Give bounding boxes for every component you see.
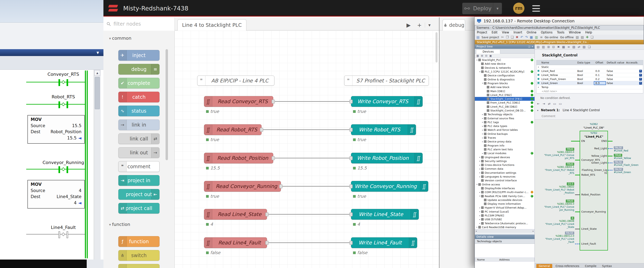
ladder-scrollbar[interactable]: ▲ bbox=[94, 70, 100, 260]
menu-item[interactable]: Window bbox=[569, 31, 581, 34]
output-port[interactable] bbox=[272, 100, 275, 104]
tree-item[interactable]: Add new device bbox=[475, 62, 534, 66]
tree-item[interactable]: From_Line4_PLC [DB1] bbox=[475, 101, 534, 105]
go-online-button[interactable]: Go online bbox=[545, 36, 558, 39]
tree-expander-icon[interactable]: ▸ bbox=[481, 137, 484, 139]
editor-toolbar-icon[interactable]: ⊟ bbox=[552, 45, 555, 49]
menu-item[interactable]: Online bbox=[527, 31, 536, 34]
network-toolbar-icon[interactable]: ⇥ bbox=[542, 102, 545, 106]
table-row[interactable]: Line4_Red Bool 0.0 false bbox=[536, 69, 643, 73]
input-port[interactable] bbox=[350, 241, 353, 245]
toolbar-icon[interactable]: ↷ bbox=[525, 35, 528, 39]
palette-node[interactable]: ≡ debug bbox=[118, 64, 160, 75]
collapsed-titlebar[interactable]: ▼ bbox=[0, 49, 104, 56]
tree-expander-icon[interactable]: ▸ bbox=[478, 222, 481, 224]
collapse-caret-icon[interactable]: ▼ bbox=[96, 51, 99, 55]
write-node[interactable]: ∬ Write Conveyor_Running bbox=[351, 181, 428, 192]
table-row[interactable]: Line4_Green Bool 0.3 false bbox=[536, 81, 643, 85]
tree-item[interactable]: ▸ Technology objects bbox=[475, 112, 534, 116]
tree-item[interactable]: ▸ Online backups bbox=[475, 132, 534, 136]
palette-node[interactable]: ⇄ project call bbox=[118, 203, 160, 214]
user-avatar[interactable]: rm bbox=[513, 2, 524, 14]
menu-item[interactable]: Options bbox=[541, 31, 552, 34]
palette-node[interactable]: → link out bbox=[118, 147, 160, 158]
tree-expander-icon[interactable]: ▸ bbox=[478, 172, 481, 174]
tree-item[interactable]: ▸ Documentation settings bbox=[475, 171, 534, 175]
palette-node[interactable]: ⇤ project out bbox=[118, 189, 160, 200]
palette-section-function[interactable]: function bbox=[104, 222, 174, 227]
tree-toolbar-icon[interactable]: ▣ bbox=[489, 54, 492, 57]
table-row[interactable]: ▾ Temp bbox=[536, 85, 643, 89]
table-row[interactable]: Line4_Flash_Green Bool 0.2 false bbox=[536, 77, 643, 81]
scrollbar-thumb[interactable] bbox=[95, 77, 100, 109]
tree-expander-icon[interactable]: ▾ bbox=[478, 71, 481, 73]
toolbar-icon[interactable]: ❐ bbox=[506, 35, 509, 39]
tia-titlebar[interactable]: Siemens - C:\Users\richard\Documents\Aut… bbox=[475, 25, 644, 30]
palette-node[interactable] bbox=[118, 264, 160, 268]
tree-expander-icon[interactable]: ▸ bbox=[481, 121, 484, 123]
toolbar-icon[interactable]: ✖ bbox=[516, 35, 518, 39]
tree-item[interactable]: ▸ TeleService [Automatic protoco... bbox=[475, 221, 534, 225]
accessible-checkbox[interactable] bbox=[639, 78, 642, 81]
main-menu-icon[interactable] bbox=[532, 5, 540, 12]
mov-instruction-line4-state[interactable]: MOV Source4 DestLine4_State 4◄ bbox=[28, 180, 85, 209]
toolbar-icon[interactable]: ▥ bbox=[535, 35, 538, 39]
menu-item[interactable]: View bbox=[502, 31, 509, 34]
palette-node[interactable]: ⋔ switch bbox=[118, 250, 160, 261]
tree-expander-icon[interactable]: ▸ bbox=[476, 226, 478, 228]
flow-tab-line4-to-stacklight[interactable]: Line 4 to Stacklight PLC bbox=[178, 19, 246, 31]
output-port[interactable] bbox=[260, 128, 263, 132]
table-row[interactable]: Line4_Yellow Bool 0.1 false bbox=[536, 73, 643, 77]
tree-expander-icon[interactable]: ▸ bbox=[481, 113, 484, 115]
inspector-tab[interactable]: Syntax bbox=[600, 264, 614, 268]
palette-search-input[interactable] bbox=[113, 21, 162, 27]
output-port[interactable] bbox=[279, 184, 282, 188]
palette-node[interactable]: ⇄ link call bbox=[118, 133, 160, 144]
write-node[interactable]: ∬ Write Robot_RTS bbox=[351, 124, 416, 135]
editor-toolbar-icon[interactable]: ▤ bbox=[537, 45, 540, 49]
toolbar-icon[interactable]: ▧ bbox=[576, 35, 579, 39]
output-port[interactable] bbox=[265, 212, 268, 216]
tree-item[interactable]: ▾ Realtek PCIe GBE Family Con... bbox=[475, 194, 534, 198]
menu-item[interactable]: Edit bbox=[492, 31, 498, 34]
accessible-checkbox[interactable] bbox=[639, 70, 642, 72]
tree-item[interactable]: ▸ Device proxy data bbox=[475, 140, 534, 143]
editor-toolbar-icon[interactable]: ▥ bbox=[542, 45, 545, 49]
tree-expander-icon[interactable]: ▸ bbox=[478, 191, 481, 193]
input-port[interactable] bbox=[350, 100, 353, 104]
palette-node[interactable]: ƒ function bbox=[118, 236, 160, 247]
save-project-button[interactable]: Save project bbox=[482, 36, 499, 39]
tree-item[interactable]: Update accessible devices bbox=[475, 198, 534, 202]
contact-robot-rts[interactable] bbox=[56, 100, 71, 110]
tree-item[interactable]: ▸ Watch and force tables bbox=[475, 128, 534, 132]
tree-item[interactable]: ▸ Card Reader/USB memory bbox=[475, 225, 534, 229]
palette-node[interactable]: ❞ comment bbox=[118, 161, 160, 172]
editor-toolbar-icon[interactable]: ▧ bbox=[572, 45, 575, 49]
tree-item[interactable]: ▾ Stacklight_PLC bbox=[475, 58, 534, 62]
tree-item[interactable]: Stacklight_Control_DB [D... bbox=[475, 109, 534, 112]
tree-expander-icon[interactable]: ▸ bbox=[478, 207, 481, 209]
toolbar-icon[interactable]: ❑ bbox=[511, 35, 514, 39]
tree-item[interactable]: ▸ COM [RS232/PPI multi-master c... bbox=[475, 190, 534, 194]
panel-option-icon[interactable]: ❏ bbox=[528, 45, 530, 48]
menu-item[interactable]: Insert bbox=[514, 31, 522, 34]
editor-toolbar-icon[interactable]: ✖ bbox=[557, 45, 560, 49]
editor-toolbar-icon[interactable]: ≡ bbox=[568, 45, 570, 49]
tree-item[interactable]: Main [OB1] bbox=[475, 89, 534, 93]
tab-devices[interactable]: Devices bbox=[476, 49, 500, 54]
tree-expander-icon[interactable]: ▸ bbox=[481, 117, 484, 119]
table-column-header[interactable]: Offset bbox=[594, 61, 606, 64]
toolbar-icon[interactable]: ▨ bbox=[581, 35, 584, 39]
deploy-button[interactable]: Deploy ▾ bbox=[462, 2, 502, 14]
tree-item[interactable]: ▸ Hyper-V Virtual Ethernet Adap... bbox=[475, 206, 534, 210]
tree-item[interactable]: ▸ PLCSIM [PN/IE] bbox=[475, 214, 534, 218]
tree-expander-icon[interactable]: ▸ bbox=[481, 133, 484, 135]
network-toolbar-icon[interactable]: ▭ bbox=[559, 102, 562, 106]
tree-expander-icon[interactable]: ▸ bbox=[481, 152, 484, 154]
palette-section-common[interactable]: common bbox=[104, 35, 174, 41]
tree-item[interactable]: ▸ Traces bbox=[475, 136, 534, 140]
output-port[interactable] bbox=[272, 156, 275, 160]
tree-item[interactable]: Line4_PLC [FB2] bbox=[475, 93, 534, 97]
network-header[interactable]: ▾ Network 1: Line 4 Stacklight Control bbox=[537, 108, 600, 112]
table-column-header[interactable]: Name bbox=[540, 61, 576, 64]
